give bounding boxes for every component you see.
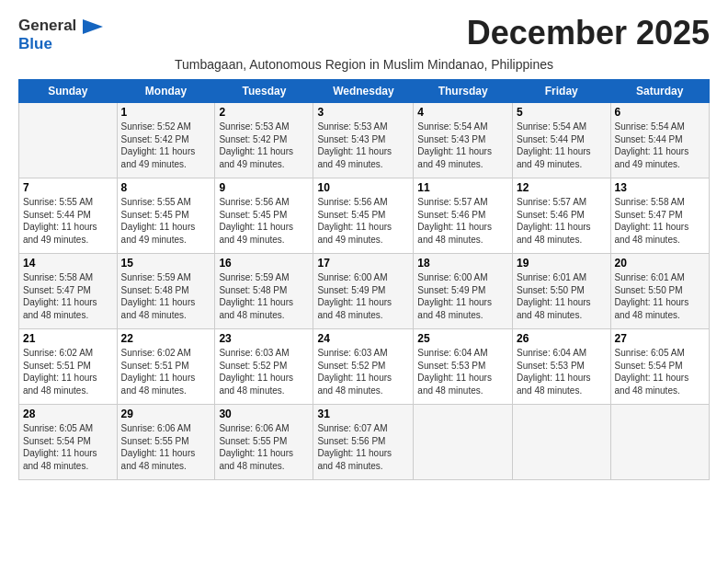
calendar-cell: 16Sunrise: 5:59 AM Sunset: 5:48 PM Dayli…	[215, 254, 313, 329]
day-info: Sunrise: 5:56 AM Sunset: 5:45 PM Dayligh…	[317, 196, 409, 246]
calendar-cell: 5Sunrise: 5:54 AM Sunset: 5:44 PM Daylig…	[513, 103, 611, 178]
day-number: 18	[417, 257, 508, 270]
day-info: Sunrise: 5:52 AM Sunset: 5:42 PM Dayligh…	[121, 121, 211, 170]
calendar-cell: 8Sunrise: 5:55 AM Sunset: 5:45 PM Daylig…	[117, 178, 215, 254]
calendar-cell: 27Sunrise: 6:05 AM Sunset: 5:54 PM Dayli…	[610, 329, 709, 405]
day-number: 19	[517, 257, 607, 270]
day-number: 24	[317, 332, 409, 345]
weekday-monday: Monday	[117, 80, 215, 103]
calendar-cell: 17Sunrise: 6:00 AM Sunset: 5:49 PM Dayli…	[313, 254, 414, 329]
calendar-cell	[414, 405, 513, 480]
day-info: Sunrise: 5:58 AM Sunset: 5:47 PM Dayligh…	[615, 196, 705, 246]
logo: General Blue	[18, 17, 103, 53]
calendar-week-3: 14Sunrise: 5:58 AM Sunset: 5:47 PM Dayli…	[19, 254, 710, 329]
day-number: 3	[317, 106, 409, 119]
day-number: 9	[219, 181, 309, 194]
day-info: Sunrise: 6:04 AM Sunset: 5:53 PM Dayligh…	[417, 347, 508, 396]
day-number: 7	[23, 181, 113, 194]
calendar-cell	[19, 103, 118, 178]
day-number: 12	[517, 181, 607, 194]
day-number: 23	[219, 332, 309, 345]
calendar-cell: 14Sunrise: 5:58 AM Sunset: 5:47 PM Dayli…	[19, 254, 118, 329]
calendar-cell: 31Sunrise: 6:07 AM Sunset: 5:56 PM Dayli…	[313, 405, 414, 480]
calendar-cell: 22Sunrise: 6:02 AM Sunset: 5:51 PM Dayli…	[117, 329, 215, 405]
day-info: Sunrise: 5:53 AM Sunset: 5:43 PM Dayligh…	[317, 121, 409, 170]
page: General Blue December 2025 Tumbagaan, Au…	[0, 0, 728, 489]
day-number: 13	[615, 181, 705, 194]
day-info: Sunrise: 6:05 AM Sunset: 5:54 PM Dayligh…	[615, 347, 705, 396]
calendar-cell: 15Sunrise: 5:59 AM Sunset: 5:48 PM Dayli…	[117, 254, 215, 329]
day-info: Sunrise: 6:06 AM Sunset: 5:55 PM Dayligh…	[219, 422, 309, 472]
day-number: 20	[615, 257, 705, 270]
subtitle: Tumbagaan, Autonomous Region in Muslim M…	[18, 57, 710, 72]
day-number: 22	[121, 332, 211, 345]
calendar-cell: 21Sunrise: 6:02 AM Sunset: 5:51 PM Dayli…	[19, 329, 118, 405]
weekday-saturday: Saturday	[610, 80, 709, 103]
day-number: 27	[615, 332, 705, 345]
day-number: 4	[417, 106, 508, 119]
logo-flag-icon	[83, 19, 103, 34]
calendar-week-2: 7Sunrise: 5:55 AM Sunset: 5:44 PM Daylig…	[19, 178, 710, 254]
weekday-thursday: Thursday	[414, 80, 513, 103]
calendar-cell: 20Sunrise: 6:01 AM Sunset: 5:50 PM Dayli…	[610, 254, 709, 329]
day-number: 26	[517, 332, 607, 345]
month-title: December 2025	[467, 17, 710, 50]
weekday-friday: Friday	[513, 80, 611, 103]
calendar-cell: 2Sunrise: 5:53 AM Sunset: 5:42 PM Daylig…	[215, 103, 313, 178]
calendar-cell: 9Sunrise: 5:56 AM Sunset: 5:45 PM Daylig…	[215, 178, 313, 254]
day-number: 31	[317, 408, 409, 420]
day-info: Sunrise: 5:58 AM Sunset: 5:47 PM Dayligh…	[23, 271, 113, 321]
day-number: 21	[23, 332, 113, 345]
day-number: 8	[121, 181, 211, 194]
calendar-cell: 30Sunrise: 6:06 AM Sunset: 5:55 PM Dayli…	[215, 405, 313, 480]
calendar-cell: 23Sunrise: 6:03 AM Sunset: 5:52 PM Dayli…	[215, 329, 313, 405]
day-info: Sunrise: 5:53 AM Sunset: 5:42 PM Dayligh…	[219, 121, 309, 170]
day-info: Sunrise: 6:03 AM Sunset: 5:52 PM Dayligh…	[219, 347, 309, 396]
calendar-cell: 29Sunrise: 6:06 AM Sunset: 5:55 PM Dayli…	[117, 405, 215, 480]
day-info: Sunrise: 6:01 AM Sunset: 5:50 PM Dayligh…	[517, 271, 607, 321]
calendar-week-5: 28Sunrise: 6:05 AM Sunset: 5:54 PM Dayli…	[19, 405, 710, 480]
calendar-cell: 19Sunrise: 6:01 AM Sunset: 5:50 PM Dayli…	[513, 254, 611, 329]
weekday-header-row: SundayMondayTuesdayWednesdayThursdayFrid…	[19, 80, 710, 103]
day-info: Sunrise: 6:00 AM Sunset: 5:49 PM Dayligh…	[317, 271, 409, 321]
day-info: Sunrise: 5:59 AM Sunset: 5:48 PM Dayligh…	[219, 271, 309, 321]
day-info: Sunrise: 6:05 AM Sunset: 5:54 PM Dayligh…	[23, 422, 113, 472]
calendar-cell: 28Sunrise: 6:05 AM Sunset: 5:54 PM Dayli…	[19, 405, 118, 480]
calendar-cell: 11Sunrise: 5:57 AM Sunset: 5:46 PM Dayli…	[414, 178, 513, 254]
day-info: Sunrise: 6:02 AM Sunset: 5:51 PM Dayligh…	[121, 347, 211, 396]
day-number: 16	[219, 257, 309, 270]
day-info: Sunrise: 5:59 AM Sunset: 5:48 PM Dayligh…	[121, 271, 211, 321]
calendar-table: SundayMondayTuesdayWednesdayThursdayFrid…	[18, 79, 710, 480]
day-number: 11	[417, 181, 508, 194]
day-info: Sunrise: 5:54 AM Sunset: 5:44 PM Dayligh…	[517, 121, 607, 170]
day-number: 14	[23, 257, 113, 270]
day-info: Sunrise: 5:56 AM Sunset: 5:45 PM Dayligh…	[219, 196, 309, 246]
calendar-cell: 4Sunrise: 5:54 AM Sunset: 5:43 PM Daylig…	[414, 103, 513, 178]
calendar-cell: 1Sunrise: 5:52 AM Sunset: 5:42 PM Daylig…	[117, 103, 215, 178]
weekday-wednesday: Wednesday	[313, 80, 414, 103]
calendar-cell	[513, 405, 611, 480]
calendar-cell: 7Sunrise: 5:55 AM Sunset: 5:44 PM Daylig…	[19, 178, 118, 254]
day-info: Sunrise: 6:03 AM Sunset: 5:52 PM Dayligh…	[317, 347, 409, 396]
day-info: Sunrise: 6:04 AM Sunset: 5:53 PM Dayligh…	[517, 347, 607, 396]
calendar-cell: 25Sunrise: 6:04 AM Sunset: 5:53 PM Dayli…	[414, 329, 513, 405]
calendar-cell: 13Sunrise: 5:58 AM Sunset: 5:47 PM Dayli…	[610, 178, 709, 254]
day-number: 10	[317, 181, 409, 194]
day-number: 29	[121, 408, 211, 420]
day-info: Sunrise: 6:06 AM Sunset: 5:55 PM Dayligh…	[121, 422, 211, 472]
day-number: 15	[121, 257, 211, 270]
calendar-cell: 18Sunrise: 6:00 AM Sunset: 5:49 PM Dayli…	[414, 254, 513, 329]
day-number: 2	[219, 106, 309, 119]
day-number: 25	[417, 332, 508, 345]
day-info: Sunrise: 5:57 AM Sunset: 5:46 PM Dayligh…	[417, 196, 508, 246]
day-info: Sunrise: 6:00 AM Sunset: 5:49 PM Dayligh…	[417, 271, 508, 321]
day-number: 30	[219, 408, 309, 420]
calendar-cell: 26Sunrise: 6:04 AM Sunset: 5:53 PM Dayli…	[513, 329, 611, 405]
day-number: 17	[317, 257, 409, 270]
calendar-week-1: 1Sunrise: 5:52 AM Sunset: 5:42 PM Daylig…	[19, 103, 710, 178]
day-info: Sunrise: 6:01 AM Sunset: 5:50 PM Dayligh…	[615, 271, 705, 321]
logo-blue: Blue	[18, 35, 52, 53]
weekday-tuesday: Tuesday	[215, 80, 313, 103]
day-info: Sunrise: 5:55 AM Sunset: 5:45 PM Dayligh…	[121, 196, 211, 246]
svg-marker-0	[83, 19, 103, 34]
